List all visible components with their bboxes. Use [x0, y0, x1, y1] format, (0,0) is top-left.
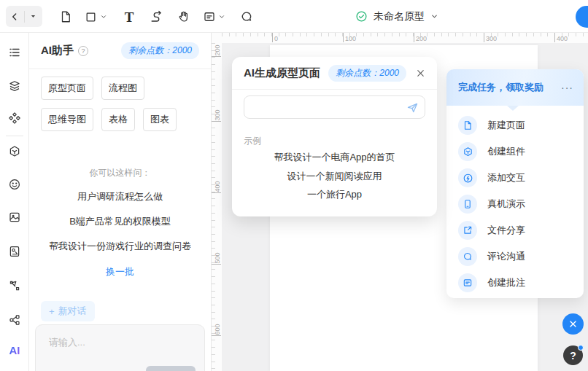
frame-tool-button[interactable] [83, 9, 98, 24]
chevron-down-icon [100, 13, 107, 20]
chip-mindmap[interactable]: 思维导图 [41, 108, 93, 131]
hand-icon [177, 10, 190, 23]
frame-tool-caret[interactable] [99, 12, 108, 21]
back-button[interactable] [6, 6, 24, 27]
send-plane-icon[interactable] [403, 98, 422, 117]
new-chat-label: 新对话 [58, 305, 87, 318]
sidebar-item-vector-resource[interactable] [7, 278, 22, 293]
rewards-item-annotation[interactable]: 创建批注 [446, 270, 584, 296]
prompt-input[interactable] [244, 96, 403, 118]
sidebar-item-material-library[interactable] [7, 144, 22, 159]
task-rewards-panel: 完成任务，领取奖励 ··· 新建页面 创建组件 添加交互 真机演 [446, 69, 584, 298]
suggestion-item[interactable]: 用户调研流程怎么做 [29, 190, 211, 203]
ai-panel-title: AI助手 [41, 44, 74, 58]
sidebar-item-pages[interactable] [7, 45, 22, 60]
help-icon[interactable]: ? [78, 46, 88, 56]
device-preview-icon [458, 195, 477, 214]
suggestion-item[interactable]: 帮我设计一份游戏行业的调查问卷 [29, 240, 211, 253]
close-icon[interactable] [414, 67, 427, 80]
rewards-item-label: 新建页面 [487, 119, 525, 132]
template-library-icon [8, 245, 21, 258]
more-options-icon[interactable]: ··· [561, 82, 573, 93]
comment-icon [240, 10, 253, 23]
note-tool-caret[interactable] [217, 12, 226, 21]
rewards-item-label: 添加交互 [487, 171, 525, 184]
new-chat-button[interactable]: + 新对话 [41, 301, 95, 321]
rewards-item-comment[interactable]: 评论沟通 [446, 243, 584, 270]
horizontal-ruler: 0 100 200 300 400 [212, 33, 588, 43]
image-library-icon [8, 211, 21, 224]
sidebar-item-layers[interactable] [7, 79, 22, 93]
sidebar-item-emoji-library[interactable] [7, 177, 22, 192]
rewards-item-file-share[interactable]: 文件分享 [446, 217, 584, 243]
rewards-item-new-page[interactable]: 新建页面 [446, 112, 584, 138]
dialog-header: AI生成原型页面 剩余点数：2000 [232, 57, 437, 90]
vertical-ruler: 200 300 400 500 600 [212, 43, 222, 371]
rewards-item-label: 文件分享 [487, 224, 525, 237]
rewards-item-create-component[interactable]: 创建组件 [446, 138, 584, 165]
rewards-title: 完成任务，领取奖励 [458, 81, 543, 94]
app-window: T [0, 0, 588, 371]
document-title[interactable]: 未命名原型 [374, 10, 425, 23]
prompt-input-wrap [244, 95, 425, 119]
example-label: 示例 [244, 135, 261, 147]
points-badge: 剩余点数：2000 [328, 65, 406, 82]
rewards-item-add-interaction[interactable]: 添加交互 [446, 165, 584, 191]
plugin-share-icon [8, 313, 21, 327]
rewards-item-device-preview[interactable]: 真机演示 [446, 191, 584, 217]
ruler-label: 200 [416, 35, 427, 42]
example-prompt[interactable]: 一个旅行App [232, 188, 437, 201]
chip-prototype-page[interactable]: 原型页面 [41, 77, 93, 100]
components-icon [8, 112, 21, 125]
chip-table[interactable]: 表格 [101, 108, 135, 131]
suggestion-item[interactable]: B端产品常见的权限模型 [29, 215, 211, 228]
note-icon [203, 10, 216, 23]
sidebar-item-template-library[interactable] [7, 244, 22, 259]
sidebar-item-ai[interactable]: AI [7, 343, 22, 357]
comment-icon [458, 247, 477, 266]
send-button[interactable]: 发送 [146, 366, 196, 371]
chevron-left-icon [9, 11, 20, 23]
ruler-label: 200 [214, 44, 221, 55]
ruler-corner [212, 33, 222, 43]
rewards-item-label: 真机演示 [487, 198, 525, 211]
example-prompt[interactable]: 设计一个新闻阅读应用 [232, 170, 437, 183]
pages-list-icon [8, 46, 21, 59]
sidebar-divider [6, 136, 23, 136]
connector-icon [150, 10, 163, 24]
refresh-suggestions-link[interactable]: 换一批 [29, 265, 211, 278]
vector-resource-icon [8, 279, 21, 292]
back-menu-button[interactable] [25, 6, 43, 27]
example-prompt[interactable]: 帮我设计一个电商App的首页 [232, 151, 437, 164]
sidebar-item-components[interactable] [7, 111, 22, 125]
left-sidebar: AI [0, 33, 29, 371]
points-badge: 剩余点数：2000 [121, 42, 199, 59]
ask-hint: 你可以这样问： [29, 167, 211, 179]
note-tool-button[interactable] [202, 9, 217, 24]
chevron-down-icon[interactable] [430, 12, 438, 20]
chat-input-area[interactable]: 请输入... 0/200 发送 [35, 324, 205, 371]
ruler-label: 100 [345, 35, 356, 42]
help-button[interactable]: ? [563, 345, 583, 365]
ai-entry-icon: AI [9, 344, 20, 356]
sidebar-item-plugin-share[interactable] [7, 313, 22, 327]
chip-chart[interactable]: 图表 [143, 108, 177, 131]
hand-tool-button[interactable] [177, 9, 191, 24]
chip-flowchart[interactable]: 流程图 [101, 77, 144, 100]
dismiss-rewards-button[interactable] [562, 313, 584, 335]
saved-check-icon [355, 10, 368, 23]
back-button-group [6, 6, 42, 27]
connector-tool-button[interactable] [149, 9, 163, 24]
new-file-button[interactable] [58, 9, 73, 24]
rewards-header: 完成任务，领取奖励 ··· [446, 69, 584, 106]
rewards-item-label: 评论沟通 [487, 250, 525, 263]
text-icon: T [125, 10, 134, 24]
frame-icon [85, 11, 97, 23]
sidebar-item-image-library[interactable] [7, 210, 22, 224]
user-avatar[interactable] [576, 6, 588, 28]
comment-tool-button[interactable] [239, 9, 254, 24]
close-icon [568, 319, 578, 329]
text-tool-button[interactable]: T [122, 9, 136, 24]
plus-icon: + [49, 306, 55, 317]
material-library-icon [8, 145, 21, 158]
